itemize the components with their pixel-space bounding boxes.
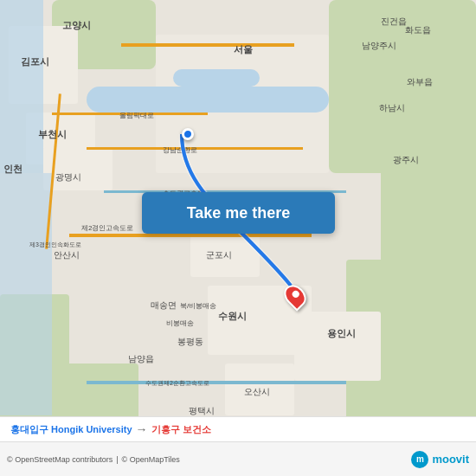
route-to: 기흥구 보건소 [151, 423, 211, 436]
moovit-logo-text: moovit [432, 453, 469, 466]
route-arrow: → [136, 422, 148, 436]
dest-marker-dot [291, 289, 300, 299]
urban-area-osan [225, 363, 294, 415]
gangnam-circular [87, 147, 303, 150]
route-from: 홍대입구 Hongik University [10, 423, 132, 436]
destination-marker [286, 284, 305, 308]
road-2 [52, 113, 208, 115]
river [173, 69, 260, 87]
attribution-separator: | [116, 455, 118, 464]
moovit-logo-circle: m [411, 451, 428, 468]
expressway-south [69, 234, 312, 237]
map-container: 고양시 서울 화도읍 남양주시 하남시 와부읍 광주시 김포시 부천시 광명시 … [0, 0, 476, 441]
osm-attribution: © OpenStreetMap contributors [7, 455, 113, 464]
moovit-logo-symbol: m [416, 454, 424, 464]
sea-area [0, 0, 43, 173]
attribution: © OpenStreetMap contributors | © OpenMap… [7, 455, 180, 464]
olympic-expressway [121, 43, 294, 47]
moovit-logo: m moovit [411, 451, 469, 468]
sea-area-2 [0, 173, 52, 415]
bottom-bar: © OpenStreetMap contributors | © OpenMap… [0, 441, 476, 476]
take-me-there-button[interactable]: Take me there [142, 192, 335, 234]
circular-highway [87, 381, 346, 384]
tiles-attribution: © OpenMapTiles [122, 455, 180, 464]
origin-marker [182, 128, 194, 140]
han-river [87, 87, 329, 113]
green-area [381, 52, 476, 190]
route-info-bar: 홍대입구 Hongik University → 기흥구 보건소 [0, 416, 476, 441]
urban-area-yongin [294, 312, 381, 381]
